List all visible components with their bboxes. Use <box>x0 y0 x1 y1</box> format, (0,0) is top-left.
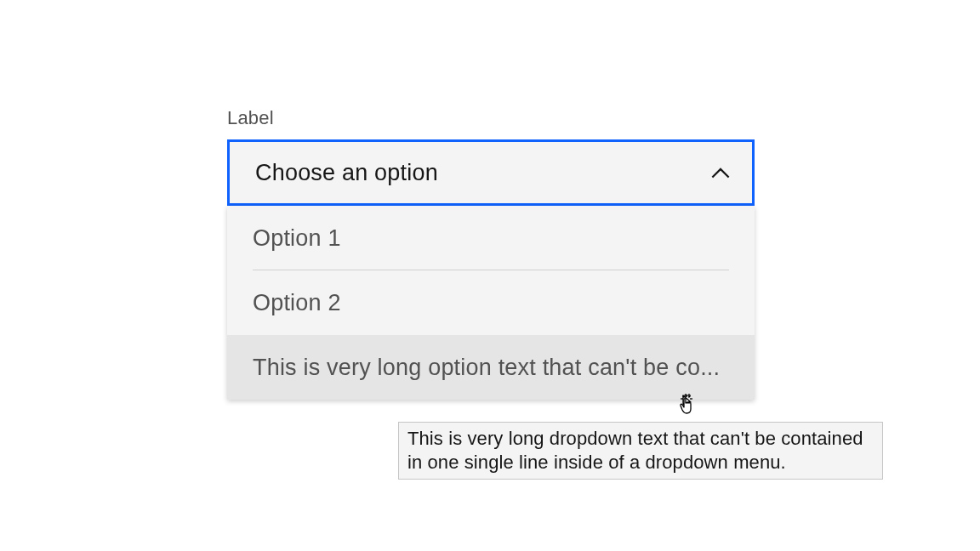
dropdown-placeholder-text: Choose an option <box>255 160 438 186</box>
dropdown-option-3[interactable]: This is very long option text that can't… <box>227 335 755 400</box>
dropdown-option-text: Option 2 <box>253 290 341 316</box>
tooltip: This is very long dropdown text that can… <box>398 422 883 480</box>
dropdown-option-text: Option 1 <box>253 225 341 252</box>
chevron-up-icon <box>711 167 730 179</box>
tooltip-text: This is very long dropdown text that can… <box>407 427 874 474</box>
dropdown-option-2[interactable]: Option 2 <box>227 270 755 335</box>
dropdown-option-1[interactable]: Option 1 <box>227 206 755 270</box>
dropdown-label: Label <box>227 107 755 129</box>
dropdown-menu: Option 1 Option 2 This is very long opti… <box>227 206 755 400</box>
dropdown-trigger[interactable]: Choose an option <box>227 139 755 206</box>
dropdown: Label Choose an option Option 1 Option 2… <box>227 107 755 400</box>
dropdown-option-text: This is very long option text that can't… <box>253 355 720 381</box>
